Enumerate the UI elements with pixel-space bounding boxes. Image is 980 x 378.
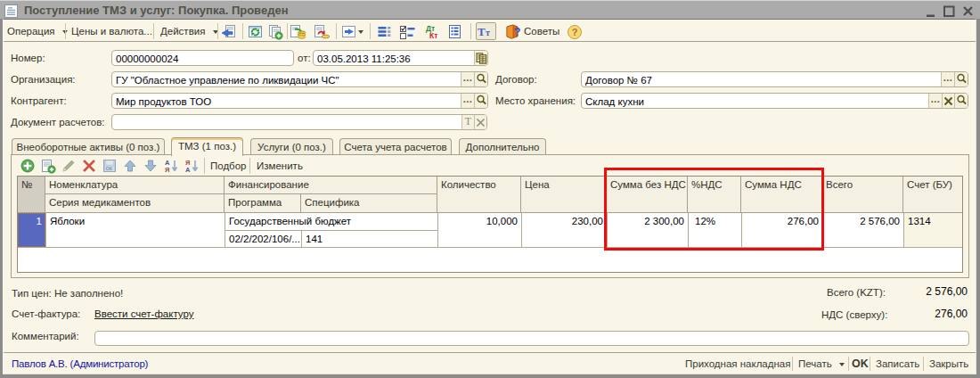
svg-text:Я: Я (165, 166, 169, 173)
svg-text:Т: Т (478, 25, 486, 38)
svg-text:ОК: ОК (106, 166, 113, 171)
svg-text:А: А (185, 166, 191, 173)
svg-text:Кт: Кт (429, 31, 437, 39)
svg-text:?: ? (572, 27, 578, 37)
svg-text:т: т (486, 28, 490, 37)
svg-text:?: ? (514, 25, 521, 38)
